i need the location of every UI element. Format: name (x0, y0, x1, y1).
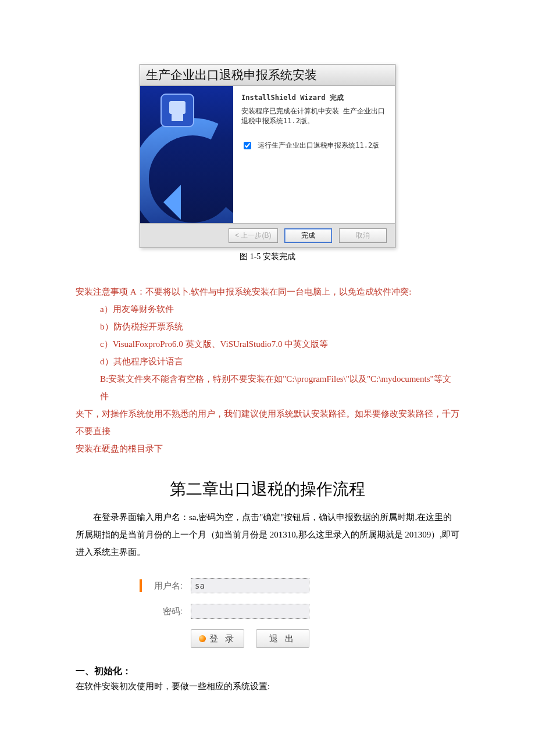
section-1-line: 在软件安装初次使用时，要做一些相应的系统设置: (76, 678, 459, 695)
login-button[interactable]: 登 录 (191, 629, 244, 648)
run-after-install-label: 运行生产企业出口退税申报系统11.2版 (258, 141, 379, 149)
exit-button[interactable]: 退 出 (256, 629, 309, 648)
login-orb-icon (199, 635, 206, 642)
notice-b-line2: 夹下，对操作系统使用不熟悉的用户，我们建议使用系统默认安装路径。如果要修改安装路… (76, 405, 459, 440)
finish-button[interactable]: 完成 (284, 228, 332, 243)
notice-b-line3: 安装在硬盘的根目录下 (76, 440, 459, 457)
notice-b-line1: B:安装文件夹不能含有空格，特别不要安装在如"C:\programFiles\"… (100, 370, 459, 405)
installer-screenshot: 生产企业出口退税申报系统安装 (140, 64, 395, 262)
notice-item-a: a）用友等财务软件 (100, 300, 459, 318)
run-after-install-checkbox[interactable] (244, 142, 251, 149)
login-screenshot: 用户名: 密码: 登 录 退 出 (140, 578, 349, 648)
notice-item-c: c）VisualFoxproPro6.0 英文版、ViSUralStudio7.… (100, 335, 459, 353)
section-1-heading: 一、初始化： (76, 665, 459, 678)
installer-sidebar-graphic (140, 86, 233, 223)
figure-caption: 图 1-5 安装完成 (140, 252, 395, 262)
installer-heading: InstallShield Wizard 完成 (241, 93, 387, 103)
username-input[interactable] (191, 578, 309, 593)
install-notice-block: 安装注意事项 A：不要将以卜.软件与申报系统安装在同一台电脑上，以免造成软件冲突… (76, 283, 459, 457)
svg-rect-3 (169, 101, 186, 114)
run-after-install-row[interactable]: 运行生产企业出口退税申报系统11.2版 (241, 140, 387, 151)
notice-lead: 安装注意事项 A：不要将以卜.软件与申报系统安装在同一台电脑上，以免造成软件冲突… (76, 283, 459, 300)
back-button: < 上一步(B) (229, 228, 277, 243)
window-title: 生产企业出口退税申报系统安装 (140, 65, 395, 86)
accent-bar-icon (140, 579, 142, 592)
notice-item-d: d）其他程序设计语言 (100, 353, 459, 370)
exit-button-label: 退 出 (269, 633, 296, 644)
installer-window: 生产企业出口退税申报系统安装 (140, 64, 395, 248)
notice-item-b: b）防伪税控开票系统 (100, 318, 459, 335)
installer-description: 安装程序已完成在计算机中安装 生产企业出口退税申报系统11.2版。 (241, 106, 387, 126)
login-button-label: 登 录 (209, 633, 236, 644)
svg-rect-4 (172, 114, 183, 121)
chapter-2-title: 第二章出口退税的操作流程 (76, 478, 459, 500)
password-label: 密码: (148, 606, 183, 617)
chapter-2-intro: 在登录界面输入用户名：sa,密码为空，点击"确定"按钮后，确认申报数据的所属时期… (76, 508, 459, 561)
cancel-button: 取消 (339, 228, 387, 243)
password-input[interactable] (191, 604, 309, 619)
username-label: 用户名: (148, 581, 183, 592)
